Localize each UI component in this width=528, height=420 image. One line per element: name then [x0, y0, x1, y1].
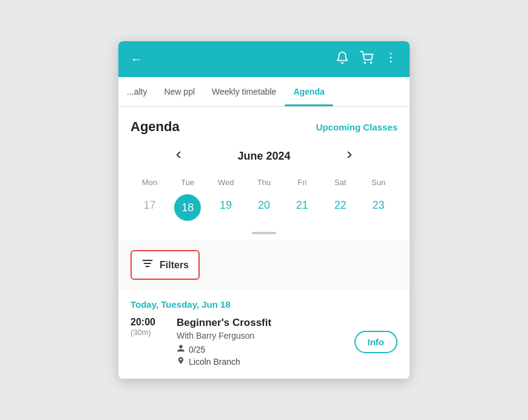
class-location-row: Licoln Branch [177, 356, 345, 367]
class-time-main: 20:00 [130, 317, 167, 328]
top-bar-right [336, 51, 398, 67]
svg-point-3 [390, 57, 392, 59]
prev-month-button[interactable] [168, 147, 189, 166]
agenda-header: Agenda Upcoming Classes [130, 119, 398, 135]
day-label-wed: Wed [207, 175, 245, 189]
filters-button[interactable]: Filters [130, 250, 200, 280]
svg-point-0 [364, 62, 365, 63]
filters-section: Filters [118, 240, 410, 290]
tab-weekly[interactable]: Weekly timetable [203, 77, 285, 106]
calendar-nav: June 2024 [130, 147, 398, 166]
day-label-sat: Sat [321, 175, 359, 189]
phone-container: ← ...alty New pp [118, 41, 410, 379]
day-label-sun: Sun [359, 175, 398, 189]
main-content: Agenda Upcoming Classes June 2024 Mon Tu… [118, 107, 410, 240]
date-21[interactable]: 21 [283, 194, 321, 221]
scroll-dot [252, 232, 276, 234]
day-label-fri: Fri [283, 175, 321, 189]
day-label-mon: Mon [130, 175, 169, 189]
calendar-dates: 17 18 19 20 21 22 23 [130, 194, 398, 228]
day-label-thu: Thu [245, 175, 283, 189]
date-22[interactable]: 22 [321, 194, 359, 221]
cart-icon[interactable] [360, 51, 373, 67]
more-icon[interactable] [384, 51, 398, 67]
bell-icon[interactable] [336, 51, 349, 67]
info-button[interactable]: Info [354, 331, 398, 353]
svg-point-2 [390, 53, 392, 55]
tab-loyalty[interactable]: ...alty [118, 77, 155, 106]
section-date-header: Today, Tuesday, Jun 18 [130, 290, 398, 317]
date-18-container[interactable]: 18 [169, 194, 207, 221]
class-location: Licoln Branch [189, 357, 240, 367]
class-item-crossfit: 20:00 (30m) Beginner's Crossfit With Bar… [130, 317, 398, 379]
class-trainer: With Barry Ferguson [177, 331, 345, 340]
date-18[interactable]: 18 [174, 194, 201, 221]
tab-new-ppl[interactable]: New ppl [155, 77, 203, 106]
agenda-list: Today, Tuesday, Jun 18 20:00 (30m) Begin… [118, 290, 410, 379]
class-name: Beginner's Crossfit [177, 317, 345, 329]
top-bar-left: ← [130, 52, 143, 66]
calendar-month: June 2024 [237, 150, 290, 163]
person-icon [177, 344, 185, 354]
tabs-bar: ...alty New ppl Weekly timetable Agenda [118, 77, 410, 107]
class-details: Beginner's Crossfit With Barry Ferguson … [177, 317, 345, 367]
svg-point-4 [390, 61, 392, 63]
tab-agenda[interactable]: Agenda [285, 77, 333, 106]
class-capacity: 0/25 [189, 345, 205, 354]
scroll-indicator [130, 228, 398, 240]
date-19[interactable]: 19 [207, 194, 245, 221]
calendar-day-labels: Mon Tue Wed Thu Fri Sat Sun [130, 175, 398, 189]
filter-icon [141, 257, 154, 273]
svg-point-1 [370, 62, 371, 63]
date-20[interactable]: 20 [245, 194, 283, 221]
next-month-button[interactable] [339, 147, 360, 166]
day-label-tue: Tue [169, 175, 207, 189]
location-icon [177, 356, 185, 367]
class-time-duration: (30m) [130, 328, 167, 337]
class-time: 20:00 (30m) [130, 317, 167, 337]
top-bar: ← [118, 41, 410, 77]
agenda-title: Agenda [130, 119, 180, 135]
upcoming-classes-link[interactable]: Upcoming Classes [316, 122, 398, 132]
date-23[interactable]: 23 [359, 194, 398, 221]
class-capacity-row: 0/25 [177, 344, 345, 354]
filters-label: Filters [160, 260, 189, 271]
back-icon[interactable]: ← [130, 52, 143, 66]
date-17[interactable]: 17 [130, 194, 169, 221]
class-meta: 0/25 Licoln Branch [177, 344, 345, 367]
